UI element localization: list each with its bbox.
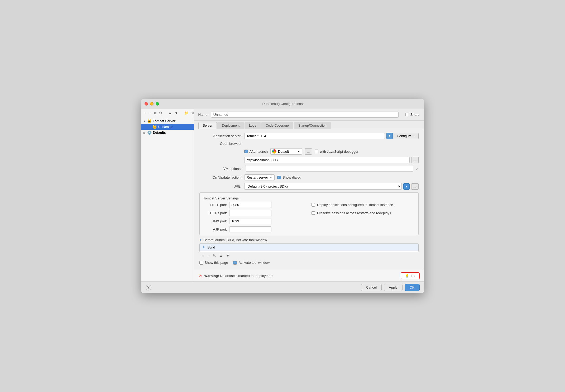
on-update-dropdown[interactable]: Restart server ▼: [244, 174, 275, 180]
server-tab-content: Application server: Tomcat 9.0.4 ▼ Confi…: [194, 129, 424, 270]
deploy-apps-label[interactable]: Deploy applications configured in Tomcat…: [312, 203, 393, 207]
preserve-sessions-checkbox[interactable]: [312, 211, 315, 215]
tomcat-settings-section: Tomcat Server Settings HTTP port: Deploy…: [199, 192, 419, 235]
js-debugger-text: with JavaScript debugger: [320, 150, 358, 154]
bl-up-btn[interactable]: ▲: [218, 253, 224, 258]
tree-item-tomcat-server[interactable]: ▼ 🐱 Tomcat Server: [141, 118, 194, 124]
ajp-port-row: AJP port:: [203, 226, 307, 232]
before-launch-item-build[interactable]: ⬇ Build: [200, 244, 418, 251]
on-update-label: On 'Update' action:: [199, 175, 242, 179]
tab-server[interactable]: Server: [198, 122, 217, 129]
tab-deployment[interactable]: Deployment: [217, 122, 244, 129]
activate-tool-window-checkbox[interactable]: ✓: [233, 261, 237, 265]
before-launch-title: Before launch: Build, Activate tool wind…: [203, 238, 267, 242]
deploy-apps-checkbox[interactable]: [312, 203, 315, 207]
arrow-up-button[interactable]: ▲: [167, 111, 173, 115]
http-port-row: HTTP port:: [203, 202, 307, 208]
name-input[interactable]: [211, 112, 399, 118]
fix-button[interactable]: 💡 Fix: [401, 272, 419, 279]
browser-default-label: Default: [278, 150, 289, 154]
jmx-port-input[interactable]: [229, 218, 271, 224]
js-debugger-checkbox[interactable]: [315, 150, 318, 153]
bl-edit-btn[interactable]: ✎: [212, 253, 217, 258]
remove-config-button[interactable]: −: [148, 111, 152, 115]
ajp-port-input[interactable]: [229, 226, 271, 232]
folder-button[interactable]: 📁: [183, 111, 189, 115]
minimize-button[interactable]: [150, 102, 154, 106]
app-server-row: Application server: Tomcat 9.0.4 ▼ Confi…: [199, 133, 419, 139]
after-launch-label: After launch: [250, 150, 268, 154]
add-config-button[interactable]: +: [143, 111, 147, 115]
bl-add-btn[interactable]: +: [202, 253, 205, 258]
left-panel: + − ⧉ ⚙ ▲ ▼ 📁 ⇅ ▼ 🐱 Tomcat Server: [141, 109, 194, 281]
show-page-checkbox[interactable]: [199, 261, 203, 265]
vm-options-label: VM options:: [199, 167, 242, 171]
arrow-down-button[interactable]: ▼: [174, 111, 179, 115]
build-label: Build: [208, 245, 215, 249]
browser-ellipsis-btn[interactable]: …: [305, 148, 312, 155]
run-debug-dialog: Run/Debug Configurations + − ⧉ ⚙ ▲ ▼ 📁 ⇅…: [141, 99, 424, 293]
show-dialog-checkbox[interactable]: ✓: [277, 176, 281, 179]
browser-dropdown-wrapper[interactable]: Default ▼: [270, 148, 302, 155]
jmx-port-row: JMX port:: [203, 218, 307, 224]
jre-dropdown-wrap: Default (9.0 - project SDK) ▼ …: [244, 183, 419, 190]
show-dialog-label[interactable]: ✓ Show dialog: [277, 175, 301, 179]
copy-config-button[interactable]: ⧉: [153, 111, 157, 115]
url-input[interactable]: [244, 157, 410, 163]
show-page-checkbox-label[interactable]: Show this page: [199, 261, 228, 265]
tab-logs[interactable]: Logs: [245, 122, 261, 129]
vm-expand-icon[interactable]: ⤢: [416, 167, 419, 171]
https-port-input[interactable]: [229, 210, 271, 216]
jre-arrow-btn[interactable]: ▼: [403, 183, 410, 190]
activate-tool-window-text: Activate tool window: [238, 261, 270, 265]
tree-item-defaults[interactable]: ▶ ⚙️ Defaults: [141, 130, 194, 136]
app-server-arrow-btn[interactable]: ▼: [386, 133, 393, 139]
tab-startup-connection[interactable]: Startup/Connection: [294, 122, 331, 129]
show-page-label: Show this page: [205, 261, 228, 265]
ok-button[interactable]: OK: [405, 284, 420, 291]
titlebar-buttons: [145, 102, 159, 106]
tomcat-settings-title: Tomcat Server Settings: [203, 196, 415, 200]
tab-code-coverage[interactable]: Code Coverage: [261, 122, 293, 129]
jre-dropdown[interactable]: Default (9.0 - project SDK): [244, 183, 402, 190]
tabs-bar: Server Deployment Logs Code Coverage Sta…: [194, 121, 424, 129]
bl-remove-btn[interactable]: −: [207, 253, 210, 258]
on-update-arrow: ▼: [270, 176, 272, 179]
https-port-row: HTTPs port:: [203, 210, 307, 216]
preserve-sessions-label[interactable]: Preserve sessions across restarts and re…: [312, 211, 391, 215]
url-ellipsis-btn[interactable]: …: [411, 157, 419, 163]
before-launch-list: ⬇ Build: [199, 243, 419, 252]
app-server-dropdown[interactable]: Tomcat 9.0.4: [244, 133, 385, 139]
bl-down-btn[interactable]: ▼: [225, 253, 231, 258]
cancel-button[interactable]: Cancel: [361, 284, 382, 291]
open-browser-section: Open browser ✓ After launch Default ▼ …: [199, 142, 419, 163]
open-browser-header-row: Open browser: [199, 142, 419, 146]
share-checkbox[interactable]: [405, 113, 409, 116]
share-row: Share: [405, 113, 420, 117]
jre-ellipsis-btn[interactable]: …: [411, 183, 419, 190]
tree-item-unnamed[interactable]: 🐱 Unnamed: [141, 124, 194, 130]
http-port-input[interactable]: [229, 202, 271, 208]
vm-options-input[interactable]: [246, 166, 413, 172]
defaults-label: Defaults: [153, 131, 166, 135]
settings-button[interactable]: ⚙: [158, 111, 163, 115]
configure-button[interactable]: Configure...: [393, 133, 418, 139]
https-port-label: HTTPs port:: [203, 211, 227, 215]
apply-button[interactable]: Apply: [384, 284, 403, 291]
ajp-port-label: AJP port:: [203, 227, 227, 231]
jmx-port-label: JMX port:: [203, 219, 227, 223]
fix-label: Fix: [411, 274, 415, 278]
left-toolbar: + − ⧉ ⚙ ▲ ▼ 📁 ⇅: [141, 109, 194, 117]
tree-arrow-tomcat: ▼: [143, 120, 147, 123]
close-button[interactable]: [145, 102, 148, 106]
help-button[interactable]: ?: [146, 285, 151, 290]
after-launch-checkbox[interactable]: ✓: [244, 150, 248, 153]
after-launch-row: ✓ After launch Default ▼ … with JavaScri…: [199, 148, 419, 155]
app-server-label: Application server:: [199, 134, 242, 138]
tomcat-server-label: Tomcat Server: [153, 119, 176, 123]
jre-row: JRE: Default (9.0 - project SDK) ▼ …: [199, 183, 419, 190]
show-dialog-text: Show dialog: [282, 175, 301, 179]
after-launch-checkbox-label[interactable]: ✓ After launch: [244, 150, 268, 154]
activate-tool-window-label[interactable]: ✓ Activate tool window: [233, 261, 270, 265]
maximize-button[interactable]: [156, 102, 159, 106]
